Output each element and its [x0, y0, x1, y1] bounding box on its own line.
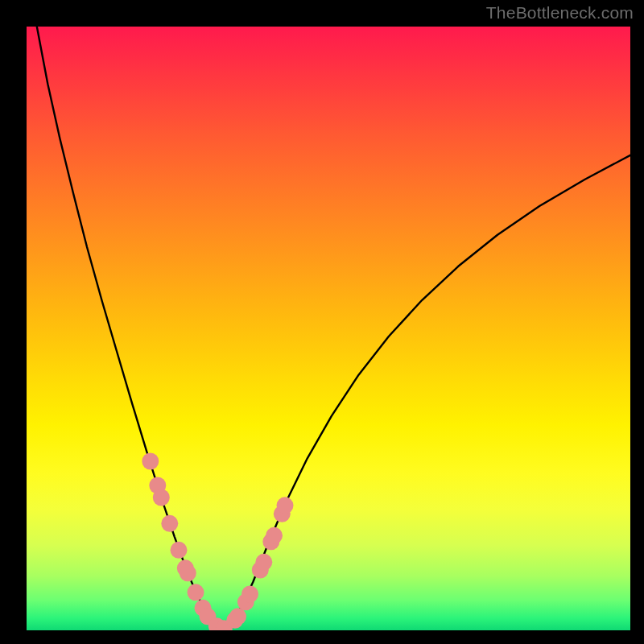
bottleneck-curve [37, 27, 630, 629]
marker-dot [153, 489, 170, 506]
marker-dot [277, 497, 294, 514]
marker-dot [188, 584, 204, 601]
marker-dot [255, 554, 272, 571]
marker-dot [180, 564, 196, 581]
marker-group [142, 453, 293, 631]
curve-svg [27, 27, 630, 630]
marker-dot [142, 453, 159, 470]
marker-dot [229, 608, 246, 625]
chart-frame: TheBottleneck.com [0, 0, 644, 644]
marker-dot [171, 542, 188, 559]
marker-dot [242, 586, 258, 603]
plot-area [27, 27, 630, 630]
marker-dot [266, 527, 283, 544]
watermark-label: TheBottleneck.com [486, 3, 634, 23]
marker-dot [161, 515, 178, 532]
